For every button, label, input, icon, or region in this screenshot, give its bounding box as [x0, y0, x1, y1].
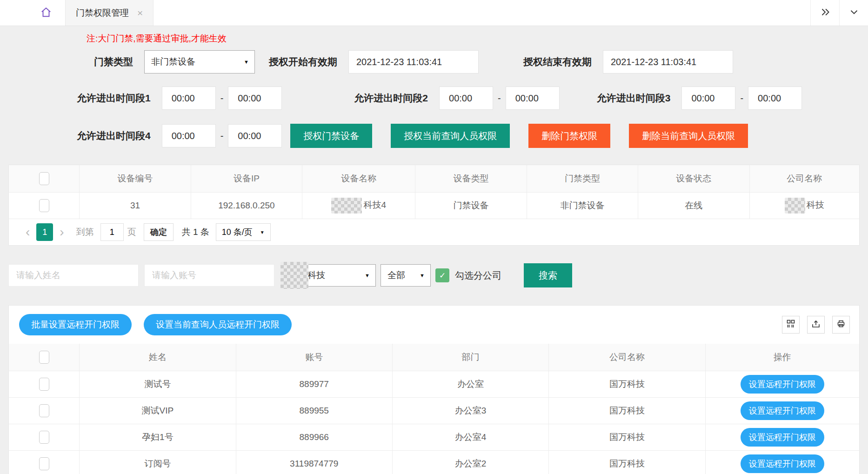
auth-end-input[interactable] [603, 50, 733, 73]
auth-start-input[interactable] [348, 50, 479, 73]
company-name-cell: 科技 [749, 192, 859, 219]
table-row: 订阅号 3119874779 办公室2 国万科技 设置远程开门权限 [9, 450, 859, 474]
period3-label: 允许进出时间段3 [597, 92, 671, 105]
scope-select-value: 全部 [387, 269, 405, 281]
period4-end-input[interactable] [228, 124, 282, 147]
check-icon: ✓ [439, 271, 446, 280]
company-select[interactable]: 科技 ▼ [300, 264, 376, 287]
period1-end-input[interactable] [228, 87, 282, 110]
department-cell: 办公室2 [392, 450, 548, 474]
topbar-spacer [154, 0, 810, 26]
tab-menu-button[interactable] [839, 0, 868, 26]
device-table-header-row: 设备编号 设备IP 设备名称 设备类型 门禁类型 设备状态 公司名称 [9, 165, 859, 192]
period3-start-input[interactable] [681, 87, 735, 110]
period1-start-input[interactable] [162, 87, 216, 110]
goto-page-input[interactable] [100, 223, 124, 241]
col-device-status: 设备状态 [638, 165, 749, 192]
redacted-mosaic [785, 198, 805, 214]
top-tab-bar: 门禁权限管理 × [0, 0, 868, 26]
current-query-remote-open-button[interactable]: 设置当前查询人员远程开门权限 [144, 314, 292, 335]
confirm-page-button[interactable]: 确定 [144, 223, 174, 241]
set-remote-open-button[interactable]: 设置远程开门权限 [741, 401, 824, 420]
col-device-name: 设备名称 [302, 165, 415, 192]
person-row-checkbox[interactable] [39, 404, 49, 417]
period2-start-input[interactable] [439, 87, 493, 110]
person-name-cell: 订阅号 [80, 450, 236, 474]
auth-end-label: 授权结束有效期 [523, 55, 592, 68]
per-page-select[interactable]: 10 条/页 ▼ [216, 223, 271, 241]
department-cell: 办公室 [392, 371, 548, 397]
set-remote-open-button[interactable]: 设置远程开门权限 [741, 375, 824, 394]
tab-title: 门禁权限管理 [76, 7, 129, 19]
next-page-icon[interactable]: › [53, 226, 70, 239]
period3-end-input[interactable] [748, 87, 802, 110]
device-ip-cell: 192.168.0.250 [191, 192, 302, 219]
tab-door-permission[interactable]: 门禁权限管理 × [65, 0, 154, 26]
double-chevron-right-icon [819, 6, 831, 20]
delete-device-permission-button[interactable]: 删除门禁权限 [528, 124, 610, 148]
people-toolbar: 批量设置远程开门权限 设置当前查询人员远程开门权限 [9, 306, 859, 344]
redacted-mosaic [280, 262, 308, 289]
authorize-people-button[interactable]: 授权当前查询人员权限 [391, 124, 510, 148]
device-row-checkbox[interactable] [39, 199, 49, 212]
company-select-value: 科技 [307, 269, 325, 281]
device-table-row: 31 192.168.0.250 科技4 门禁设备 非门禁设备 在线 科技 [9, 192, 859, 219]
expand-tabs-button[interactable] [810, 0, 839, 26]
branch-company-checkbox[interactable]: ✓ [435, 268, 449, 282]
period2-end-input[interactable] [506, 87, 560, 110]
device-status-cell: 在线 [638, 192, 749, 219]
set-remote-open-button[interactable]: 设置远程开门权限 [741, 454, 824, 473]
account-search-input[interactable] [144, 264, 274, 287]
export-button[interactable] [807, 316, 825, 334]
scope-select[interactable]: 全部 ▼ [381, 264, 431, 287]
device-table: 设备编号 设备IP 设备名称 设备类型 门禁类型 设备状态 公司名称 31 19… [9, 165, 859, 219]
person-row-checkbox[interactable] [39, 431, 49, 444]
page-unit-label: 页 [127, 226, 136, 238]
search-button[interactable]: 搜索 [524, 263, 572, 287]
period4-label: 允许进出时间段4 [77, 129, 151, 142]
table-row: 测试VIP 889955 办公室3 国万科技 设置远程开门权限 [9, 397, 859, 424]
print-button[interactable] [832, 316, 850, 334]
door-type-cell: 非门禁设备 [527, 192, 638, 219]
device-table-pagination: ‹ 1 › 到第 页 确定 共 1 条 10 条/页 ▼ [9, 219, 859, 245]
filter-columns-button[interactable] [782, 316, 800, 334]
person-name-cell: 测试VIP [80, 397, 236, 424]
people-table-card: 批量设置远程开门权限 设置当前查询人员远程开门权限 [8, 305, 860, 474]
col-door-type: 门禁类型 [527, 165, 638, 192]
total-count-label: 共 1 条 [182, 226, 209, 238]
device-table-card: 设备编号 设备IP 设备名称 设备类型 门禁类型 设备状态 公司名称 31 19… [8, 165, 860, 246]
notice-text: 注:大门门禁,需要通过审批,才能生效 [87, 33, 868, 45]
select-all-devices-checkbox[interactable] [39, 172, 49, 185]
home-button[interactable] [0, 0, 65, 26]
tab-close-icon[interactable]: × [137, 8, 143, 18]
select-all-people-checkbox[interactable] [39, 351, 49, 364]
account-cell: 889966 [236, 424, 392, 450]
person-name-cell: 孕妇1号 [80, 424, 236, 450]
period4-start-input[interactable] [162, 124, 216, 147]
col-actions: 操作 [705, 344, 859, 371]
delete-people-permission-button[interactable]: 删除当前查询人员权限 [629, 124, 748, 148]
col-account: 账号 [236, 344, 392, 371]
select-arrow-icon: ▼ [420, 273, 425, 278]
people-table-header-row: 姓名 账号 部门 公司名称 操作 [9, 344, 859, 371]
company-cell: 国万科技 [549, 371, 705, 397]
department-cell: 办公室4 [392, 424, 548, 450]
authorize-device-button[interactable]: 授权门禁设备 [290, 124, 372, 148]
batch-remote-open-button[interactable]: 批量设置远程开门权限 [19, 314, 132, 335]
person-row-checkbox[interactable] [39, 457, 49, 470]
dash-separator: - [498, 93, 501, 104]
columns-filter-icon [786, 319, 795, 330]
company-cell: 国万科技 [549, 450, 705, 474]
name-search-input[interactable] [8, 264, 139, 287]
people-table: 姓名 账号 部门 公司名称 操作 测试号 889977 办公室 国万科技 设置远… [9, 344, 859, 474]
period2-label: 允许进出时间段2 [354, 92, 428, 105]
person-row-checkbox[interactable] [39, 378, 49, 391]
col-device-type: 设备类型 [415, 165, 527, 192]
company-cell: 国万科技 [549, 397, 705, 424]
door-type-value: 非门禁设备 [151, 56, 195, 68]
prev-page-icon[interactable]: ‹ [19, 226, 36, 239]
current-page-button[interactable]: 1 [36, 223, 53, 241]
form-row-types-dates: 门禁类型 非门禁设备 ▼ 授权开始有效期 授权结束有效期 [0, 50, 868, 73]
door-type-select[interactable]: 非门禁设备 ▼ [144, 50, 255, 73]
set-remote-open-button[interactable]: 设置远程开门权限 [741, 428, 824, 447]
